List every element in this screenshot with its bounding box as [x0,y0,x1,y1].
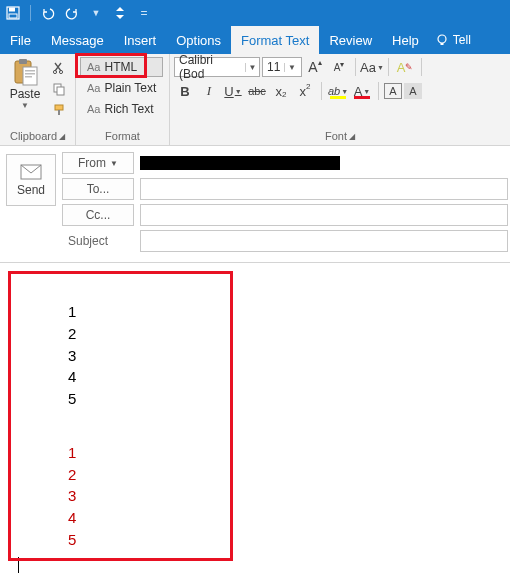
tab-insert[interactable]: Insert [114,26,167,54]
italic-icon[interactable]: I [198,81,220,101]
change-case-icon[interactable]: Aa▼ [361,57,383,77]
list-black: 1 2 3 4 5 [8,283,502,410]
qat-overflow-icon[interactable]: = [135,4,153,22]
subject-label: Subject [62,234,134,248]
svg-rect-6 [19,59,27,64]
tab-options[interactable]: Options [166,26,231,54]
format-plain-button[interactable]: AaPlain Text [80,78,163,98]
svg-rect-8 [25,70,35,72]
strike-icon[interactable]: abc [246,81,268,101]
svg-rect-14 [57,87,64,95]
quick-access-toolbar: ▼ = [0,0,510,26]
group-font: Calibri (Bod▼ 11▼ A▴ A▾ Aa▼ A✎ B I U▼ ab… [170,54,510,145]
save-icon[interactable] [4,4,22,22]
ribbon: Paste ▼ Clipboard◢ AaHTML AaPlain Tex [0,54,510,146]
format-html-button[interactable]: AaHTML [80,57,163,77]
to-field[interactable] [140,178,508,200]
list-red: 1 2 3 4 5 [8,424,502,551]
svg-rect-10 [25,76,32,78]
from-button[interactable]: From▼ [62,152,134,174]
compose-header: Send From▼ To... Cc... Subject [0,146,510,263]
char-border-icon[interactable]: A [384,83,402,99]
send-label: Send [17,183,45,197]
tab-file[interactable]: File [0,26,41,54]
font-size-combo[interactable]: 11▼ [262,57,302,77]
shrink-font-icon[interactable]: A▾ [328,57,350,77]
tab-format-text[interactable]: Format Text [231,26,319,54]
subject-field[interactable] [140,230,508,252]
underline-icon[interactable]: U▼ [222,81,244,101]
tab-review[interactable]: Review [319,26,382,54]
ribbon-tabs: File Message Insert Options Format Text … [0,26,510,54]
bold-icon[interactable]: B [174,81,196,101]
to-button[interactable]: To... [62,178,134,200]
envelope-icon [20,164,42,180]
cc-button[interactable]: Cc... [62,204,134,226]
tab-message[interactable]: Message [41,26,114,54]
clipboard-group-label: Clipboard [10,130,57,142]
svg-rect-1 [9,8,15,12]
svg-rect-4 [440,43,443,45]
font-launcher-icon[interactable]: ◢ [349,132,355,141]
superscript-icon[interactable]: x2 [294,81,316,101]
cc-field[interactable] [140,204,508,226]
message-body[interactable]: 1 2 3 4 5 1 2 3 4 5 [0,263,510,583]
text-cursor [18,557,502,573]
svg-point-12 [59,70,62,73]
svg-rect-16 [58,110,60,115]
undo-icon[interactable] [39,4,57,22]
svg-rect-15 [55,105,63,110]
clear-format-icon[interactable]: A✎ [394,57,416,77]
paste-dropdown-icon[interactable]: ▼ [21,101,29,110]
tell-me[interactable]: Tell [429,26,477,54]
lightbulb-icon [435,33,449,47]
highlight-icon[interactable]: ab▼ [327,81,349,101]
svg-point-3 [438,35,446,43]
tell-me-label: Tell [453,33,471,47]
format-group-label: Format [105,130,140,142]
font-name-combo[interactable]: Calibri (Bod▼ [174,57,260,77]
group-format: AaHTML AaPlain Text AaRich Text Format [76,54,170,145]
char-shading-icon[interactable]: A [404,83,422,99]
cut-icon[interactable] [50,59,68,77]
font-color-icon[interactable]: A▼ [351,81,373,101]
font-group-label: Font [325,130,347,142]
redo-icon[interactable] [63,4,81,22]
send-button[interactable]: Send [6,154,56,206]
clipboard-launcher-icon[interactable]: ◢ [59,132,65,141]
grow-font-icon[interactable]: A▴ [304,57,326,77]
copy-icon[interactable] [50,80,68,98]
format-painter-icon[interactable] [50,101,68,119]
tab-help[interactable]: Help [382,26,429,54]
from-value-redacted [140,156,340,170]
format-rich-button[interactable]: AaRich Text [80,99,163,119]
group-clipboard: Paste ▼ Clipboard◢ [0,54,76,145]
svg-rect-2 [9,14,17,18]
svg-point-11 [53,70,56,73]
svg-rect-9 [25,73,35,75]
up-down-icon[interactable] [111,4,129,22]
paste-label[interactable]: Paste [10,87,41,101]
chevron-down-icon[interactable]: ▼ [87,4,105,22]
subscript-icon[interactable]: x2 [270,81,292,101]
paste-icon[interactable] [11,57,39,87]
